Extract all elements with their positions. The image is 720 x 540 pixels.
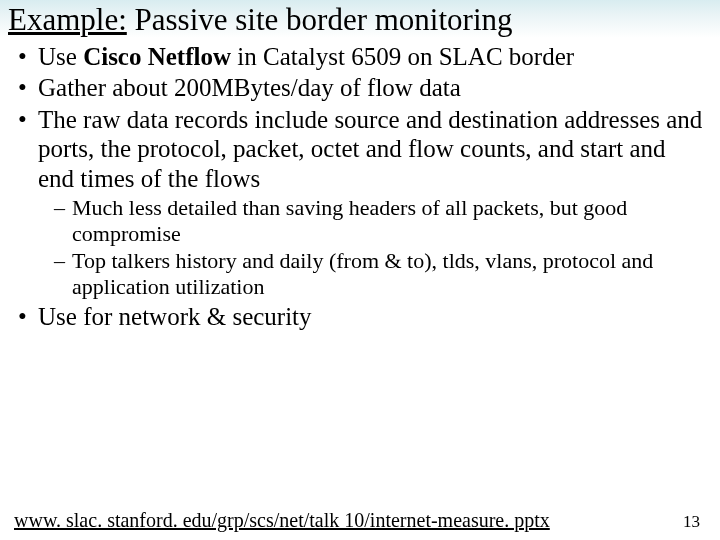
title-underlined: Example:: [8, 2, 127, 37]
bullet-list: Use Cisco Netflow in Catalyst 6509 on SL…: [14, 42, 706, 332]
sub-bullet-list: Much less detailed than saving headers o…: [38, 195, 706, 300]
bullet-text-post: in Catalyst 6509 on SLAC border: [231, 43, 574, 70]
sub-bullet-item: Much less detailed than saving headers o…: [54, 195, 706, 247]
bullet-text: Use for network & security: [38, 303, 312, 330]
slide-title: Example: Passive site border monitoring: [0, 0, 720, 38]
page-number: 13: [683, 512, 706, 532]
sub-bullet-text: Top talkers history and daily (from & to…: [72, 248, 653, 299]
title-rest: Passive site border monitoring: [127, 2, 513, 37]
bullet-item: Use for network & security: [14, 302, 706, 332]
slide-footer: www. slac. stanford. edu/grp/scs/net/tal…: [0, 509, 720, 532]
bullet-text-bold: Cisco Netflow: [83, 43, 231, 70]
bullet-text: The raw data records include source and …: [38, 106, 702, 192]
sub-bullet-text: Much less detailed than saving headers o…: [72, 195, 627, 246]
bullet-item: Gather about 200MBytes/day of flow data: [14, 73, 706, 103]
bullet-item: Use Cisco Netflow in Catalyst 6509 on SL…: [14, 42, 706, 72]
sub-bullet-item: Top talkers history and daily (from & to…: [54, 248, 706, 300]
slide-body: Use Cisco Netflow in Catalyst 6509 on SL…: [0, 38, 720, 332]
bullet-text-pre: Use: [38, 43, 83, 70]
bullet-text: Gather about 200MBytes/day of flow data: [38, 74, 461, 101]
bullet-item: The raw data records include source and …: [14, 105, 706, 300]
footer-link[interactable]: www. slac. stanford. edu/grp/scs/net/tal…: [14, 509, 550, 532]
